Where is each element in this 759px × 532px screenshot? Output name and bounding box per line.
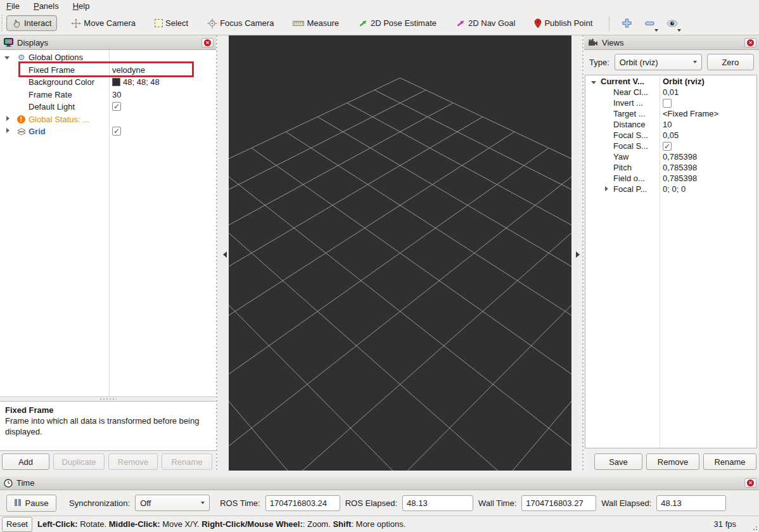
tool-properties-dropdown-arrow-icon[interactable]	[677, 29, 681, 32]
right-splitter[interactable]	[571, 35, 584, 472]
tree-row-field-of-view[interactable]: Field o... 0,785398	[585, 174, 756, 184]
invert-z-checkbox[interactable]	[663, 99, 672, 108]
wall-time-label: Wall Time:	[478, 498, 516, 508]
tree-row-current-view[interactable]: Current V... Orbit (rviz)	[585, 77, 756, 87]
row-label: Invert ...	[613, 98, 659, 108]
add-tool-button[interactable]	[617, 15, 636, 32]
tree-row-focal-point[interactable]: Focal P... 0; 0; 0	[585, 184, 756, 195]
tree-row-target-frame[interactable]: Target ... <Fixed Frame>	[585, 109, 756, 120]
tree-row-near-clip[interactable]: Near Cl... 0,01	[585, 87, 756, 98]
row-label: Frame Rate	[29, 90, 107, 99]
background-color-value[interactable]: 48; 48; 48	[112, 77, 160, 87]
row-value[interactable]: 0,785398	[663, 163, 697, 172]
save-button[interactable]: Save	[594, 453, 642, 470]
help-title: Fixed Frame	[5, 405, 211, 415]
grid-checkbox[interactable]: ✓	[112, 127, 121, 136]
resize-grip[interactable]	[751, 524, 758, 531]
ros-time-input[interactable]	[265, 495, 340, 511]
expander-right-icon[interactable]	[605, 186, 611, 191]
remove-button[interactable]: Remove	[108, 453, 158, 470]
zero-button[interactable]: Zero	[707, 54, 754, 70]
row-label: Focal S...	[613, 130, 659, 140]
tree-row-focal-shape-size[interactable]: Focal S... 0,05	[585, 130, 756, 141]
row-value[interactable]: 0; 0; 0	[663, 184, 686, 194]
map-pin-icon	[534, 18, 542, 28]
expander-down-icon[interactable]	[591, 81, 596, 87]
tree-row-invert-z[interactable]: Invert ...	[585, 98, 756, 109]
expander-right-icon[interactable]	[6, 116, 12, 121]
row-value[interactable]: 0,785398	[663, 152, 697, 162]
row-value[interactable]: 10	[663, 120, 672, 129]
select-tool-button[interactable]: Select	[150, 16, 193, 30]
tree-row-default-light[interactable]: Default Light ✓	[0, 101, 216, 113]
pose-estimate-tool-button[interactable]: 2D Pose Estimate	[353, 16, 442, 31]
synchronization-label: Synchronization:	[69, 498, 130, 508]
3d-viewport[interactable]	[229, 35, 571, 471]
row-value[interactable]: <Fixed Frame>	[663, 109, 718, 118]
tree-row-global-options[interactable]: ⚙ Global Options	[0, 51, 216, 64]
collapse-left-arrow-icon[interactable]	[220, 251, 227, 258]
tree-row-grid[interactable]: Grid ✓	[0, 125, 216, 138]
focus-camera-tool-label: Focus Camera	[220, 18, 274, 28]
views-remove-button[interactable]: Remove	[646, 453, 699, 470]
tree-row-distance[interactable]: Distance 10	[585, 120, 756, 130]
time-panel: Time ✕ Pause Synchronization: Off ROS Ti…	[0, 476, 759, 516]
left-splitter[interactable]	[216, 35, 229, 472]
default-light-checkbox[interactable]: ✓	[112, 102, 121, 111]
tree-row-background-color[interactable]: Background Color 48; 48; 48	[0, 76, 216, 89]
row-value[interactable]: 0,785398	[663, 174, 697, 183]
minus-icon	[645, 21, 654, 26]
views-close-button[interactable]: ✕	[744, 38, 756, 48]
synchronization-combo[interactable]: Off	[135, 495, 210, 511]
wall-elapsed-input[interactable]	[656, 495, 726, 511]
menu-help[interactable]: Help	[67, 0, 96, 11]
frame-rate-value[interactable]: 30	[112, 90, 121, 99]
reset-button[interactable]: Reset	[2, 517, 32, 532]
close-icon: ✕	[747, 479, 754, 486]
views-panel: Views ✕ Type: Orbit (rviz) Zero Current …	[584, 35, 759, 472]
tree-row-frame-rate[interactable]: Frame Rate 30	[0, 89, 216, 101]
left-splitter-handle[interactable]	[216, 35, 218, 472]
synchronization-value: Off	[140, 498, 151, 508]
expander-down-icon[interactable]	[4, 56, 10, 62]
selection-box-icon	[155, 19, 163, 27]
add-button[interactable]: Add	[2, 453, 49, 470]
ros-elapsed-input[interactable]	[402, 495, 473, 511]
pause-button[interactable]: Pause	[6, 495, 56, 512]
measure-tool-button[interactable]: Measure	[288, 16, 344, 30]
view-type-combo[interactable]: Orbit (rviz)	[615, 54, 702, 70]
row-value[interactable]: 0,01	[663, 87, 679, 97]
tree-row-pitch[interactable]: Pitch 0,785398	[585, 163, 756, 174]
tree-row-fixed-frame[interactable]: Fixed Frame velodyne	[0, 64, 216, 77]
menu-help-label: Help	[73, 1, 90, 11]
move-camera-tool-button[interactable]: Move Camera	[66, 16, 141, 31]
rename-button[interactable]: Rename	[162, 453, 212, 470]
chevron-down-icon	[201, 502, 205, 504]
focal-shape-checkbox[interactable]: ✓	[663, 142, 672, 151]
toolbar-drag-handle[interactable]	[1, 15, 4, 32]
remove-tool-dropdown-arrow-icon[interactable]	[654, 29, 658, 32]
tree-row-focal-shape-fixed[interactable]: Focal S... ✓	[585, 141, 756, 152]
nav-goal-tool-button[interactable]: 2D Nav Goal	[450, 16, 520, 31]
duplicate-button[interactable]: Duplicate	[53, 453, 105, 470]
views-rename-button[interactable]: Rename	[703, 453, 756, 470]
tool-properties-button[interactable]	[663, 15, 682, 32]
row-label: Near Cl...	[613, 87, 659, 97]
focus-camera-tool-button[interactable]: Focus Camera	[202, 16, 279, 31]
interact-tool-button[interactable]: Interact	[6, 15, 57, 31]
color-value-text: 48; 48; 48	[123, 77, 160, 87]
fixed-frame-value[interactable]: velodyne	[112, 65, 145, 75]
clock-icon	[4, 479, 13, 488]
displays-close-button[interactable]: ✕	[201, 38, 214, 48]
publish-point-tool-button[interactable]: Publish Point	[529, 16, 597, 31]
wall-time-input[interactable]	[521, 495, 596, 511]
expander-right-icon[interactable]	[6, 128, 12, 133]
menu-panels[interactable]: Panels	[27, 0, 65, 11]
row-value[interactable]: 0,05	[663, 130, 679, 140]
remove-tool-button[interactable]	[640, 15, 659, 32]
tree-row-yaw[interactable]: Yaw 0,785398	[585, 152, 756, 163]
row-label: Distance	[613, 120, 659, 129]
menu-file[interactable]: File	[5, 0, 26, 11]
time-close-button[interactable]: ✕	[744, 478, 756, 488]
tree-row-global-status[interactable]: ! Global Status: ...	[0, 113, 216, 126]
